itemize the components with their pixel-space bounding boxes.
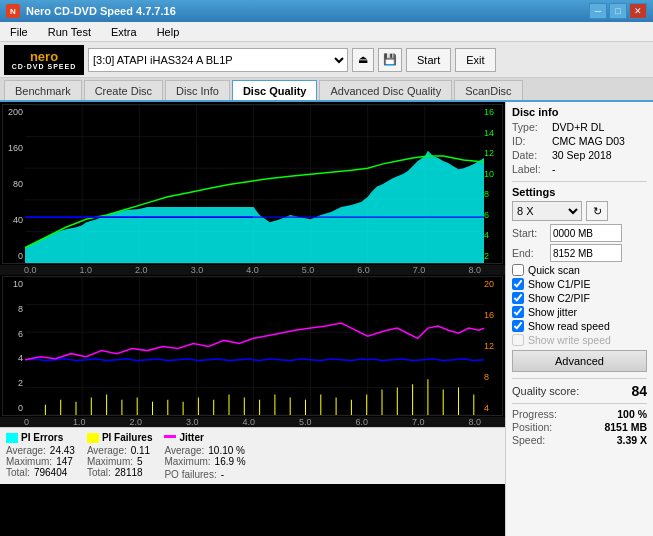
disc-label-row: Label: - [512, 163, 647, 175]
tab-advanced-disc-quality[interactable]: Advanced Disc Quality [319, 80, 452, 100]
x-label-4: 4.0 [246, 265, 259, 275]
progress-row: Progress: 100 % [512, 408, 647, 420]
pi-failures-color [87, 433, 99, 443]
quality-score-label: Quality score: [512, 385, 579, 397]
divider-3 [512, 403, 647, 404]
x-label-3: 3.0 [191, 265, 204, 275]
tab-benchmark[interactable]: Benchmark [4, 80, 82, 100]
end-mb-input[interactable] [550, 244, 622, 262]
chart-top-y-right-2: 12 [484, 148, 502, 158]
show-read-speed-checkbox[interactable] [512, 320, 524, 332]
tab-scan-disc[interactable]: ScanDisc [454, 80, 522, 100]
chart-top-y-right-3: 10 [484, 169, 502, 179]
close-button[interactable]: ✕ [629, 3, 647, 19]
legend-area: PI Errors Average: 24.43 Maximum: 147 To… [0, 427, 505, 484]
chart-top-x-labels: 0.0 1.0 2.0 3.0 4.0 5.0 6.0 7.0 8.0 [0, 265, 505, 275]
pi-failures-title: PI Failures [102, 432, 153, 443]
eject-button[interactable]: ⏏ [352, 48, 374, 72]
title-bar: N Nero CD-DVD Speed 4.7.7.16 ─ □ ✕ [0, 0, 653, 22]
maximize-button[interactable]: □ [609, 3, 627, 19]
jitter-title: Jitter [179, 432, 203, 443]
legend-pi-failures: PI Failures Average: 0.11 Maximum: 5 Tot… [87, 432, 153, 480]
chart-top-svg [25, 105, 484, 263]
pi-errors-average-row: Average: 24.43 [6, 445, 75, 456]
disc-type-row: Type: DVD+R DL [512, 121, 647, 133]
refresh-button[interactable]: ↻ [586, 201, 608, 221]
show-write-speed-label: Show write speed [528, 334, 611, 346]
show-jitter-row: Show jitter [512, 306, 647, 318]
pi-failures-average-row: Average: 0.11 [87, 445, 153, 456]
chart-top-y-left-1: 160 [3, 143, 25, 153]
disc-id-row: ID: CMC MAG D03 [512, 135, 647, 147]
po-failures-row: PO failures: - [164, 469, 245, 480]
quick-scan-checkbox[interactable] [512, 264, 524, 276]
minimize-button[interactable]: ─ [589, 3, 607, 19]
tab-create-disc[interactable]: Create Disc [84, 80, 163, 100]
show-write-speed-row: Show write speed [512, 334, 647, 346]
start-mb-input[interactable] [550, 224, 622, 242]
pi-errors-total-row: Total: 796404 [6, 467, 75, 478]
drive-select[interactable]: [3:0] ATAPI iHAS324 A BL1P [88, 48, 348, 72]
menu-file[interactable]: File [4, 24, 34, 40]
disc-info-section: Disc info Type: DVD+R DL ID: CMC MAG D03… [512, 106, 647, 175]
chart-bot-y-left-5: 0 [3, 403, 25, 413]
chart-bottom-x-labels: 0 1.0 2.0 3.0 4.0 5.0 6.0 7.0 8.0 [0, 417, 505, 427]
show-c1pie-checkbox[interactable] [512, 278, 524, 290]
show-jitter-checkbox[interactable] [512, 306, 524, 318]
svg-marker-13 [25, 151, 484, 263]
menu-bar: File Run Test Extra Help [0, 22, 653, 42]
quick-scan-row: Quick scan [512, 264, 647, 276]
end-mb-row: End: [512, 244, 647, 262]
legend-jitter: Jitter Average: 10.10 % Maximum: 16.9 % … [164, 432, 245, 480]
x-bot-label-7: 7.0 [412, 417, 425, 427]
chart-bot-y-left-1: 8 [3, 304, 25, 314]
progress-section: Progress: 100 % Position: 8151 MB Speed:… [512, 408, 647, 446]
x-bot-label-2: 2.0 [129, 417, 142, 427]
speed-display-row: Speed: 3.39 X [512, 434, 647, 446]
tab-disc-info[interactable]: Disc Info [165, 80, 230, 100]
x-label-0: 0.0 [24, 265, 37, 275]
main-content: 200 160 80 40 0 16 14 12 10 8 6 4 2 [0, 102, 653, 536]
quick-scan-label: Quick scan [528, 264, 580, 276]
jitter-average-row: Average: 10.10 % [164, 445, 245, 456]
chart-top-y-right-0: 16 [484, 107, 502, 117]
advanced-button[interactable]: Advanced [512, 350, 647, 372]
quality-score-row: Quality score: 84 [512, 383, 647, 399]
exit-button[interactable]: Exit [455, 48, 495, 72]
app-icon: N [6, 4, 20, 18]
save-button[interactable]: 💾 [378, 48, 402, 72]
show-write-speed-checkbox [512, 334, 524, 346]
divider-2 [512, 378, 647, 379]
show-c2pif-label: Show C2/PIF [528, 292, 590, 304]
nero-logo: nero CD·DVD SPEED [4, 45, 84, 75]
settings-section: Settings 8 X ↻ Start: End: Quick scan [512, 186, 647, 372]
chart-top-y-left-3: 40 [3, 215, 25, 225]
chart-top-y-left-4: 0 [3, 251, 25, 261]
tab-disc-quality[interactable]: Disc Quality [232, 80, 318, 100]
pi-failures-max-row: Maximum: 5 [87, 456, 153, 467]
show-read-speed-label: Show read speed [528, 320, 610, 332]
menu-run-test[interactable]: Run Test [42, 24, 97, 40]
show-c2pif-checkbox[interactable] [512, 292, 524, 304]
start-button[interactable]: Start [406, 48, 451, 72]
x-bot-label-8: 8.0 [468, 417, 481, 427]
x-bot-label-5: 5.0 [299, 417, 312, 427]
x-bot-label-1: 1.0 [73, 417, 86, 427]
start-mb-row: Start: [512, 224, 647, 242]
show-read-speed-row: Show read speed [512, 320, 647, 332]
speed-row: 8 X ↻ [512, 201, 647, 221]
x-bot-label-6: 6.0 [355, 417, 368, 427]
chart-top-y-right-1: 14 [484, 128, 502, 138]
speed-select[interactable]: 8 X [512, 201, 582, 221]
jitter-max-row: Maximum: 16.9 % [164, 456, 245, 467]
position-row: Position: 8151 MB [512, 421, 647, 433]
chart-top-y-right-4: 8 [484, 189, 502, 199]
chart-top-y-right-5: 6 [484, 210, 502, 220]
menu-help[interactable]: Help [151, 24, 186, 40]
chart-bot-y-left-2: 6 [3, 329, 25, 339]
chart-bot-y-right-2: 12 [484, 341, 502, 351]
pi-failures-total-row: Total: 28118 [87, 467, 153, 478]
menu-extra[interactable]: Extra [105, 24, 143, 40]
chart-bot-y-right-1: 16 [484, 310, 502, 320]
x-label-8: 8.0 [468, 265, 481, 275]
